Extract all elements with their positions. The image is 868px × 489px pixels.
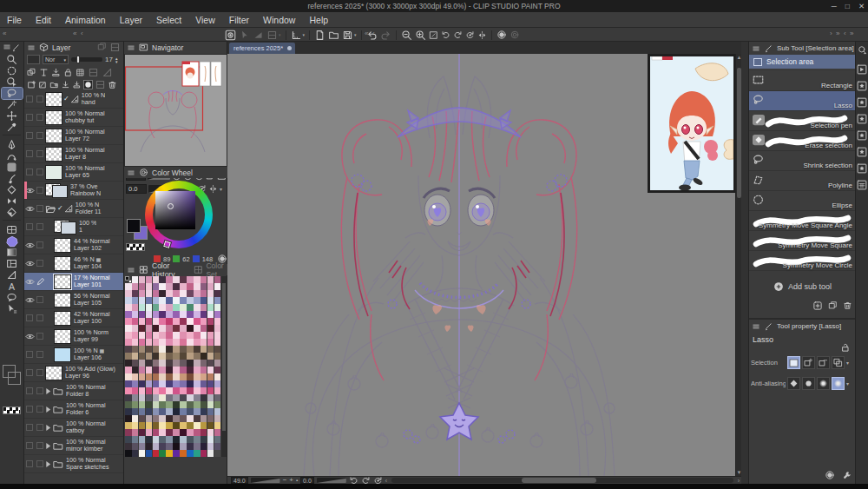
color-swatch[interactable] bbox=[207, 443, 214, 450]
color-swatch[interactable] bbox=[146, 387, 153, 394]
color-swatch[interactable] bbox=[201, 346, 207, 353]
layer-row[interactable]: 100 % Normalmirror kimber bbox=[24, 437, 123, 455]
layer-check-slot[interactable] bbox=[35, 114, 45, 121]
subtool-item-polyline[interactable]: Polyline bbox=[749, 171, 856, 191]
color-swatch[interactable] bbox=[159, 380, 166, 387]
color-swatch[interactable] bbox=[125, 311, 132, 318]
color-swatch[interactable] bbox=[194, 367, 201, 373]
menu-layer[interactable]: Layer bbox=[120, 15, 142, 25]
layer-visibility-toggle[interactable] bbox=[24, 424, 35, 431]
color-swatch[interactable] bbox=[173, 290, 180, 297]
color-swatch[interactable] bbox=[146, 436, 153, 443]
color-swatch[interactable] bbox=[132, 367, 139, 373]
color-swatch[interactable] bbox=[139, 346, 146, 353]
color-swatch[interactable] bbox=[132, 387, 139, 394]
color-swatch[interactable] bbox=[139, 360, 146, 367]
color-swatch[interactable] bbox=[214, 394, 221, 401]
layer-row[interactable]: 100 % NormalLayer 65 bbox=[24, 163, 123, 182]
color-swatch[interactable] bbox=[207, 450, 214, 457]
color-swatch[interactable] bbox=[207, 283, 214, 290]
layer-thumbnail[interactable] bbox=[45, 129, 62, 143]
color-swatch[interactable] bbox=[194, 436, 201, 443]
layer-thumbnail[interactable] bbox=[54, 311, 71, 326]
color-swatch[interactable] bbox=[146, 394, 153, 401]
color-swatch[interactable] bbox=[146, 325, 153, 332]
ruler-button[interactable]: ▾ bbox=[290, 29, 306, 42]
color-swatch[interactable] bbox=[214, 346, 221, 353]
color-swatch[interactable] bbox=[187, 373, 194, 380]
wheel-transparent-swatch[interactable] bbox=[126, 243, 145, 251]
layer-row[interactable]: ✓100 % Nhand bbox=[24, 90, 123, 109]
color-swatch[interactable] bbox=[146, 290, 153, 297]
color-swatch[interactable] bbox=[214, 339, 221, 346]
layer-visibility-toggle[interactable] bbox=[24, 460, 35, 467]
color-swatch[interactable] bbox=[146, 422, 153, 429]
folder-expand-icon[interactable] bbox=[45, 460, 51, 468]
color-swatch[interactable] bbox=[166, 332, 173, 339]
color-swatch[interactable] bbox=[180, 304, 187, 311]
color-swatch[interactable] bbox=[125, 346, 132, 353]
scroll-right-icon[interactable]: › bbox=[738, 478, 741, 484]
color-swatch[interactable] bbox=[132, 276, 139, 283]
color-swatch[interactable] bbox=[180, 360, 187, 367]
color-swatch[interactable] bbox=[125, 318, 132, 325]
color-swatch[interactable] bbox=[146, 367, 153, 373]
layer-row[interactable]: 56 % NormalLayer 105 bbox=[24, 291, 123, 309]
selection-mode-chevron-icon[interactable]: ▾ bbox=[846, 360, 849, 366]
save-button[interactable]: ▾ bbox=[341, 29, 358, 42]
color-swatch[interactable] bbox=[194, 346, 201, 353]
layer-visibility-toggle[interactable] bbox=[24, 406, 35, 413]
layer-thumbnail[interactable] bbox=[54, 329, 71, 344]
color-swatch[interactable] bbox=[173, 415, 180, 422]
antialias-chevron-icon[interactable]: ▾ bbox=[846, 380, 849, 387]
close-button[interactable]: ✕ bbox=[858, 0, 865, 12]
color-swatch[interactable] bbox=[194, 450, 201, 457]
color-swatch[interactable] bbox=[166, 297, 173, 304]
color-swatch[interactable] bbox=[201, 436, 207, 443]
color-swatch[interactable] bbox=[180, 276, 187, 283]
color-swatch[interactable] bbox=[201, 380, 207, 387]
color-swatch[interactable] bbox=[173, 339, 180, 346]
color-swatch[interactable] bbox=[146, 297, 153, 304]
layer-row[interactable]: 17 % NormalLayer 101 bbox=[24, 273, 123, 291]
dock-expand-icon[interactable]: › » ‹ » bbox=[830, 30, 854, 37]
layer-row[interactable]: 100 % NormalLayer 72 bbox=[24, 127, 123, 145]
color-swatch[interactable] bbox=[207, 415, 214, 422]
layer-row[interactable]: 42 % NormalLayer 100 bbox=[24, 309, 123, 327]
object-tool-button[interactable] bbox=[238, 29, 251, 42]
canvas-zoom-value[interactable]: 49.0 bbox=[231, 477, 248, 484]
color-swatch[interactable] bbox=[173, 353, 180, 360]
color-swatch[interactable] bbox=[187, 360, 194, 367]
color-swatch[interactable] bbox=[159, 422, 166, 429]
rotate-right-button[interactable] bbox=[452, 29, 464, 42]
color-swatch[interactable] bbox=[187, 318, 194, 325]
color-swatch[interactable] bbox=[201, 297, 207, 304]
color-swatch[interactable] bbox=[132, 290, 139, 297]
new-file-button[interactable] bbox=[313, 29, 326, 42]
layer-check-slot[interactable] bbox=[35, 296, 45, 303]
color-swatch[interactable] bbox=[132, 360, 139, 367]
color-swatch[interactable] bbox=[125, 436, 132, 443]
subtool-menu-icon[interactable] bbox=[752, 44, 760, 53]
saturation-value-square[interactable] bbox=[155, 191, 195, 229]
color-swatch[interactable] bbox=[187, 353, 194, 360]
color-swatch[interactable] bbox=[132, 429, 139, 436]
color-swatch[interactable] bbox=[173, 450, 180, 457]
layer-opacity-value[interactable]: 17 bbox=[105, 56, 113, 63]
folder-grid-icon[interactable] bbox=[857, 180, 867, 190]
color-swatch[interactable] bbox=[139, 276, 146, 283]
subtool-item-ellipse[interactable]: Ellipse bbox=[749, 191, 856, 211]
color-swatch[interactable] bbox=[207, 373, 214, 380]
color-swatch[interactable] bbox=[207, 401, 214, 408]
layer-check-slot[interactable] bbox=[35, 187, 45, 194]
color-swatch[interactable] bbox=[159, 360, 166, 367]
folder-expand-icon[interactable] bbox=[45, 442, 51, 450]
color-swatch[interactable] bbox=[180, 415, 187, 422]
transparent-color-swatch[interactable] bbox=[3, 406, 21, 414]
color-swatch[interactable] bbox=[132, 394, 139, 401]
selection-new-button[interactable] bbox=[787, 356, 800, 369]
open-file-button[interactable] bbox=[327, 29, 340, 42]
folder-expand-icon[interactable] bbox=[45, 406, 51, 413]
color-swatch[interactable] bbox=[153, 429, 160, 436]
color-swatch[interactable] bbox=[153, 373, 160, 380]
